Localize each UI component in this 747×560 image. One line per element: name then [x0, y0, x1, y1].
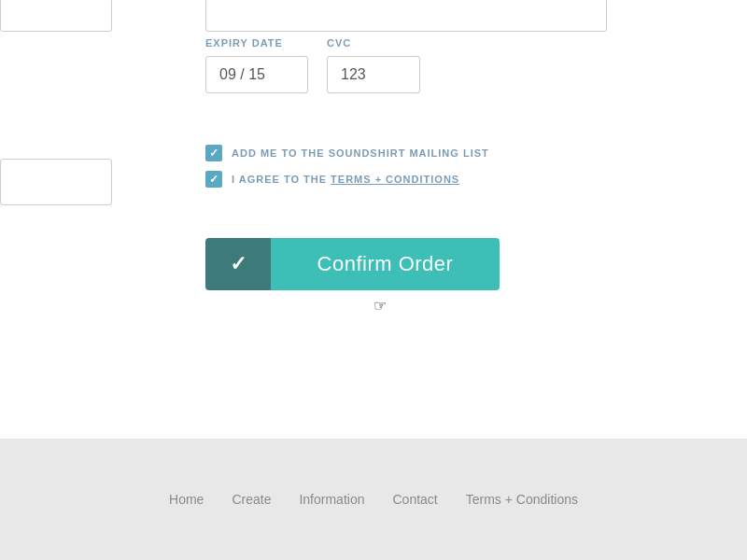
footer-nav-create[interactable]: Create [232, 492, 271, 507]
footer-nav-terms[interactable]: Terms + Conditions [466, 492, 578, 507]
cvc-label: CVC [327, 37, 420, 49]
confirm-label-side[interactable]: Confirm Order [271, 238, 500, 290]
confirm-order-button[interactable]: ✓ Confirm Order [205, 238, 500, 290]
footer-nav-home[interactable]: Home [169, 492, 204, 507]
page-wrapper: EXPIRY DATE CVC ADD ME TO THE SOUNDSHIRT… [0, 0, 747, 560]
terms-row: I AGREE TO THE TERMS + CONDITIONS [205, 171, 489, 188]
terms-link[interactable]: TERMS + CONDITIONS [331, 174, 459, 185]
checkboxes-section: ADD ME TO THE SOUNDSHIRT MAILING LIST I … [205, 145, 489, 197]
checkmark-icon: ✓ [230, 252, 247, 276]
footer-nav-information[interactable]: Information [299, 492, 364, 507]
confirm-check-side[interactable]: ✓ [205, 238, 271, 290]
top-left-input[interactable] [0, 0, 112, 32]
expiry-cvc-section: EXPIRY DATE CVC [205, 37, 420, 93]
terms-label: I AGREE TO THE TERMS + CONDITIONS [232, 174, 459, 185]
footer-nav-contact[interactable]: Contact [392, 492, 437, 507]
terms-checkbox[interactable] [205, 171, 222, 188]
confirm-order-section: ✓ Confirm Order [205, 238, 500, 318]
footer-nav: Home Create Information Contact Terms + … [169, 492, 578, 507]
expiry-input[interactable] [205, 56, 308, 93]
mailing-list-row: ADD ME TO THE SOUNDSHIRT MAILING LIST [205, 145, 489, 161]
content-area: EXPIRY DATE CVC ADD ME TO THE SOUNDSHIRT… [0, 0, 747, 439]
side-bottom-input-container [0, 159, 112, 205]
expiry-label: EXPIRY DATE [205, 37, 308, 49]
footer: Home Create Information Contact Terms + … [0, 439, 747, 560]
cursor-indicator: ☞ [374, 297, 387, 315]
expiry-field-group: EXPIRY DATE [205, 37, 308, 93]
mailing-list-label: ADD ME TO THE SOUNDSHIRT MAILING LIST [232, 147, 489, 159]
cvc-field-group: CVC [327, 37, 420, 93]
cvc-input[interactable] [327, 56, 420, 93]
confirm-order-label: Confirm Order [317, 252, 454, 276]
mailing-list-checkbox[interactable] [205, 145, 222, 161]
top-long-input[interactable] [205, 0, 607, 32]
